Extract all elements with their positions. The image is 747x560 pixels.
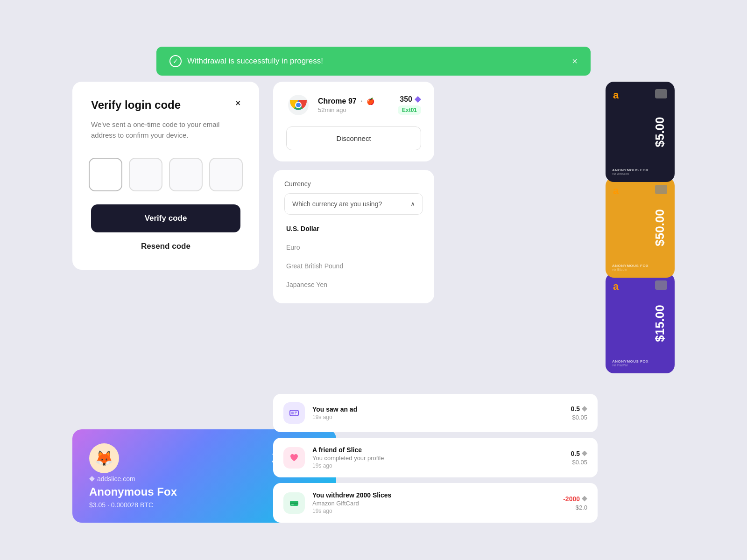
currency-option-usd[interactable]: U.S. Dollar [284,220,423,237]
card-chip-3 [655,280,667,290]
activity-icon-2 [283,447,305,469]
svg-rect-7 [295,413,296,414]
toast-check-icon: ✓ [169,55,182,67]
session-info: Chrome 97 · 🍎 52min ago [318,97,390,113]
disconnect-button[interactable]: Disconnect [286,126,421,150]
activity-content-1: You saw an ad 19s ago [312,406,564,420]
gift-cards-panel: a $5.00 ANONYMOUS FOX via Amazon a $50.0… [606,82,675,373]
activity-title-1: You saw an ad [312,406,564,413]
activity-time-3: 19s ago [312,508,556,514]
activity-value-2: $0.05 [571,459,587,466]
currency-select[interactable]: Which currency are you using? ∧ [284,193,423,215]
session-score: 350 [400,95,421,104]
card-amount-2: $50.00 [653,209,667,246]
activity-icon-1 [283,402,305,424]
card-user-1: ANONYMOUS FOX via Amazon [612,168,648,175]
verify-title: Verify login code [91,98,181,112]
card-amount-1: $5.00 [653,117,667,147]
toast-content: ✓ Withdrawal is successfully in progress… [169,55,323,67]
amazon-logo-1: a [613,89,619,101]
points-diamond-icon-3 [582,496,587,502]
session-top: Chrome 97 · 🍎 52min ago 350 Ext01 [286,93,421,117]
session-badge: Ext01 [398,105,421,115]
activity-right-3: -2000 $2.0 [563,495,587,511]
activity-time-1: 19s ago [312,414,564,420]
svg-rect-9 [290,503,298,504]
site-diamond-icon [89,476,95,482]
svg-rect-4 [290,410,298,416]
svg-rect-10 [291,504,294,505]
activity-points-2: 0.5 [571,450,587,457]
currency-section: Currency Which currency are you using? ∧… [273,170,434,303]
activity-item-3: You withdrew 2000 Slices Amazon GiftCard… [273,483,598,523]
activity-value-3: $2.0 [563,504,587,511]
card-user-3: ANONYMOUS FOX via PayPal [612,359,648,367]
activity-right-1: 0.5 $0.05 [571,405,587,421]
svg-rect-5 [291,412,294,414]
activity-sub-3: Amazon GiftCard [312,500,556,507]
toast-message: Withdrawal is successfully in progress! [187,56,323,66]
svg-point-3 [296,103,301,107]
svg-rect-6 [295,412,297,413]
currency-option-gbp[interactable]: Great British Pound [284,258,423,274]
activity-value-1: $0.05 [571,414,587,421]
activity-right-2: 0.5 $0.05 [571,450,587,466]
currency-option-jpy[interactable]: Japanese Yen [284,276,423,293]
points-diamond-icon-1 [582,406,587,412]
profile-avatar: 🦊 [89,443,119,473]
main-layout: Verify login code × We've sent a one-tim… [72,82,675,523]
activity-icon-3 [283,492,305,514]
verify-header: Verify login code × [91,98,240,112]
activity-time-2: 19s ago [312,462,564,469]
activity-item-2: A friend of Slice You completed your pro… [273,438,598,477]
chrome-icon [286,93,310,117]
activity-sub-2: You completed your profile [312,455,564,462]
verify-close-button[interactable]: × [235,98,240,108]
code-input-4[interactable] [209,158,243,191]
currency-options: U.S. Dollar Euro Great British Pound Jap… [284,220,423,293]
gift-card-1: a $5.00 ANONYMOUS FOX via Amazon [606,82,675,182]
verify-code-button[interactable]: Verify code [91,204,240,232]
card-amount-3: $15.00 [653,305,667,342]
verify-card-inner: Verify login code × We've sent a one-tim… [72,82,259,270]
amazon-logo-3: a [613,280,619,293]
activity-content-2: A friend of Slice You completed your pro… [312,446,564,469]
activity-item-1: You saw an ad 19s ago 0.5 $0.05 [273,394,598,432]
session-card: Chrome 97 · 🍎 52min ago 350 Ext01 Discon… [273,82,434,161]
code-input-1[interactable] [89,158,122,191]
card-user-2: ANONYMOUS FOX via Bitcoin [612,264,648,271]
activity-points-1: 0.5 [571,405,587,413]
center-panel: Chrome 97 · 🍎 52min ago 350 Ext01 Discon… [273,82,434,303]
activity-points-3: -2000 [563,495,587,503]
resend-code-button[interactable]: Resend code [91,242,240,251]
currency-option-eur[interactable]: Euro [284,239,423,256]
card-chip-1 [655,89,667,98]
diamond-icon [415,96,421,103]
points-diamond-icon-2 [582,451,587,456]
code-input-3[interactable] [169,158,203,191]
activity-feed: You saw an ad 19s ago 0.5 $0.05 A friend… [273,394,598,523]
activity-title-2: A friend of Slice [312,446,564,454]
toast-close-button[interactable]: × [572,56,578,67]
toast-notification: ✓ Withdrawal is successfully in progress… [156,47,591,76]
chevron-up-icon: ∧ [410,200,415,208]
code-input-2[interactable] [129,158,162,191]
activity-title-3: You withdrew 2000 Slices [312,491,556,499]
activity-content-3: You withdrew 2000 Slices Amazon GiftCard… [312,491,556,514]
session-name: Chrome 97 · 🍎 [318,97,390,105]
verify-card: Verify login code × We've sent a one-tim… [72,82,259,270]
verify-description: We've sent a one-time code to your email… [91,119,240,141]
currency-label: Currency [284,180,423,188]
gift-card-3: a $15.00 ANONYMOUS FOX via PayPal [606,273,675,373]
session-meta: 350 Ext01 [398,95,421,115]
session-time: 52min ago [318,106,390,113]
amazon-logo-2: a [613,185,619,197]
gift-card-2: a $50.00 ANONYMOUS FOX via Bitcoin [606,177,675,278]
card-chip-2 [655,185,667,194]
code-inputs [91,158,240,191]
